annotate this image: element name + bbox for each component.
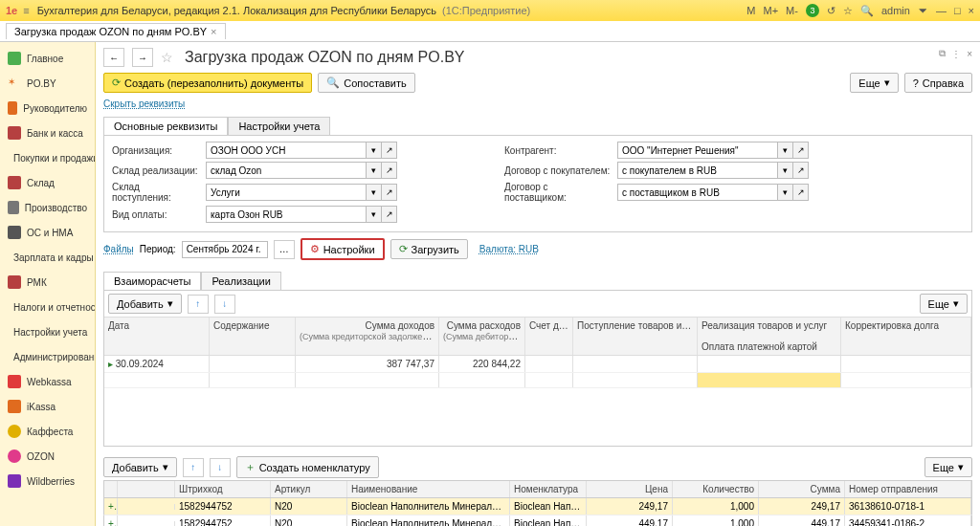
table-row[interactable]: ▸ 30.09.2024 387 747,37 220 844,22 [104, 356, 971, 373]
menu-icon[interactable]: ⋮ [951, 49, 961, 59]
cell-highlight[interactable] [698, 373, 841, 387]
sklad-p-input[interactable] [206, 184, 367, 201]
sidebar-item-production[interactable]: Производство [0, 195, 95, 220]
help-button[interactable]: ? Справка [904, 73, 972, 93]
open-icon[interactable]: ↗ [793, 162, 809, 179]
kontr-input[interactable] [617, 142, 778, 159]
more-button[interactable]: Еще ▾ [850, 73, 898, 93]
sidebar-item-osnma[interactable]: ОС и НМА [0, 220, 95, 245]
tab-close-icon[interactable]: × [211, 26, 216, 37]
sidebar-item-warehouse[interactable]: Склад [0, 170, 95, 195]
grid-realizations: Добавить ▾ ↑ ↓ Еще ▾ Дата Содержание Сум… [103, 290, 972, 447]
sidebar-item-ozon[interactable]: OZON [0, 444, 95, 469]
sidebar-item-admin[interactable]: Администрирование [0, 344, 95, 369]
search-icon[interactable]: 🔍 [860, 5, 874, 17]
move-up-button[interactable]: ↑ [188, 295, 209, 314]
files-link[interactable]: Файлы [103, 244, 134, 254]
tab-realizations[interactable]: Реализации [201, 272, 280, 290]
dropdown-icon[interactable]: ▾ [778, 142, 793, 159]
org-input[interactable] [206, 142, 367, 159]
more-button[interactable]: Еще ▾ [920, 294, 968, 314]
open-icon[interactable]: ↗ [793, 142, 809, 159]
sidebar-item-settings[interactable]: Настройки учета [0, 319, 95, 344]
more-button-2[interactable]: Еще ▾ [924, 457, 972, 477]
expand-icon[interactable]: ▸ [108, 359, 113, 369]
open-icon[interactable]: ↗ [382, 162, 397, 179]
sidebar-item-kaffesta[interactable]: Каффеста [0, 419, 95, 444]
add-button[interactable]: Добавить ▾ [108, 294, 182, 314]
sidebar-item-bank[interactable]: Банк и касса [0, 121, 95, 145]
favorite-icon[interactable]: ☆ [843, 5, 853, 17]
create-nomen-button[interactable]: ＋Создать номенклатуру [236, 456, 379, 478]
sidebar-item-hr[interactable]: Зарплата и кадры [0, 245, 95, 270]
sidebar-item-label: Руководителю [23, 103, 87, 114]
vid-input[interactable] [206, 206, 367, 223]
webkassa-icon [8, 375, 21, 388]
open-icon[interactable]: ↗ [793, 184, 809, 201]
period-picker-button[interactable]: … [274, 240, 295, 259]
load-button[interactable]: ⟳Загрузить [390, 239, 468, 259]
sidebar-item-sales[interactable]: Покупки и продажи [0, 145, 95, 170]
doc-close-icon[interactable]: × [967, 49, 972, 59]
move-down-button-2[interactable]: ↓ [210, 458, 231, 477]
hide-rekv-link[interactable]: Скрыть реквизиты [103, 99, 185, 109]
table-row[interactable] [104, 373, 971, 388]
calc-mplus[interactable]: M+ [764, 5, 779, 16]
sklad-r-input[interactable] [206, 162, 367, 179]
nav-back-button[interactable]: ← [103, 48, 124, 67]
table-row[interactable]: +1582944752N20Bioclean Наполнитель Минер… [103, 515, 972, 526]
move-up-button-2[interactable]: ↑ [183, 458, 204, 477]
dropdown-icon[interactable]: ▾ [367, 142, 382, 159]
open-icon[interactable]: ↗ [382, 142, 397, 159]
sidebar-item-manager[interactable]: Руководителю [0, 96, 95, 121]
currency-link[interactable]: Валюта: RUB [479, 244, 539, 254]
nav-fwd-button[interactable]: → [132, 48, 153, 67]
sidebar-item-poby[interactable]: ✶PO.BY [0, 71, 95, 96]
window-tab[interactable]: Загрузка продаж OZON по дням PO.BY × [6, 23, 226, 39]
dog-pok-input[interactable] [617, 162, 778, 179]
sidebar-item-wildberries[interactable]: Wildberries [0, 469, 95, 493]
dropdown-icon[interactable]: ▾ [367, 206, 382, 223]
tab-settlements[interactable]: Взаиморасчеты [103, 272, 201, 290]
burger-icon[interactable]: ≡ [23, 5, 29, 16]
history-icon[interactable]: ↺ [827, 5, 835, 17]
notif-badge[interactable]: 3 [806, 4, 819, 17]
user-label[interactable]: admin [881, 5, 910, 16]
calc-m[interactable]: M [746, 5, 755, 16]
dropdown-icon[interactable]: ▾ [367, 162, 382, 179]
dog-pok-label: Договор с покупателем: [504, 165, 612, 176]
tab-main[interactable]: Основные реквизиты [103, 117, 228, 135]
app-logo: 1e [6, 5, 17, 16]
link-icon[interactable]: ⧉ [939, 48, 946, 59]
settings-button[interactable]: ⚙Настройки [301, 238, 385, 260]
col-date: Дата [104, 318, 210, 355]
calc-mminus[interactable]: M- [786, 5, 798, 16]
move-down-button[interactable]: ↓ [214, 295, 235, 314]
table-row[interactable]: +1582944752N20Bioclean Наполнитель Минер… [103, 498, 972, 515]
sidebar-item-main[interactable]: Главное [0, 46, 95, 71]
dropdown-icon[interactable]: ▾ [778, 162, 793, 179]
open-icon[interactable]: ↗ [382, 184, 397, 201]
sidebar-item-taxes[interactable]: Налоги и отчетность [0, 295, 95, 319]
star-icon[interactable]: ☆ [161, 50, 173, 65]
dropdown-icon[interactable]: ▾ [367, 184, 382, 201]
compare-button[interactable]: 🔍Сопоставить [318, 73, 414, 93]
add-button-2[interactable]: Добавить ▾ [103, 457, 177, 477]
dropdown-icon[interactable]: ▾ [778, 184, 793, 201]
dog-post-input[interactable] [617, 184, 778, 201]
btn-label: Добавить [117, 298, 164, 310]
btn-label: Добавить [112, 462, 159, 473]
period-input[interactable] [182, 241, 268, 258]
minimize-icon[interactable]: — [936, 5, 947, 16]
btn-label: Загрузить [412, 244, 459, 255]
sidebar-item-rmk[interactable]: РМК [0, 270, 95, 295]
sidebar-item-ikassa[interactable]: iKassa [0, 394, 95, 419]
maximize-icon[interactable]: □ [954, 5, 961, 16]
close-icon[interactable]: × [969, 5, 974, 16]
tab-settings[interactable]: Настройки учета [228, 117, 330, 135]
dropdown-icon[interactable]: ⏷ [918, 5, 928, 16]
create-docs-button[interactable]: ⟳Создать (перезаполнить) документы [103, 73, 312, 93]
sidebar-item-webkassa[interactable]: Webkassa [0, 369, 95, 394]
sidebar-item-label: Склад [27, 178, 55, 188]
open-icon[interactable]: ↗ [382, 206, 397, 223]
